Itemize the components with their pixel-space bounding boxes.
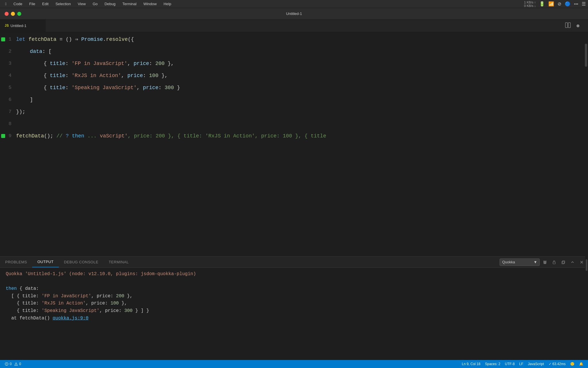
token-equals: = () bbox=[56, 33, 75, 45]
quokka-timing[interactable]: ✓ 63.42ms bbox=[549, 362, 566, 366]
menubar-right: 1 KB/s ↑0 KB/s ↓ 🔋 📶 ⊘ 🔵 ••• ☰ bbox=[524, 1, 586, 7]
code-line-2: data: [ bbox=[16, 45, 584, 57]
token-price2: price bbox=[127, 70, 143, 82]
status-errors[interactable]: 0 0 bbox=[5, 362, 21, 366]
titlebar: Untitled-1 bbox=[0, 8, 588, 20]
output-line-then: then { data: bbox=[6, 285, 582, 293]
token-p3: , bbox=[137, 82, 143, 94]
code-line-4: { title: 'RxJS in Action', price: 100 }, bbox=[16, 70, 584, 82]
token-str3: 'Speaking JavaScript' bbox=[71, 82, 137, 94]
warning-count: 0 bbox=[19, 362, 21, 366]
token-cp2: : bbox=[143, 70, 149, 82]
token-str2: 'RxJS in Action' bbox=[71, 70, 121, 82]
menu-code[interactable]: Code bbox=[11, 1, 25, 7]
panel-scrollbar-thumb bbox=[586, 259, 587, 271]
minimize-button[interactable] bbox=[11, 12, 15, 16]
tab-debug-console[interactable]: DEBUG CONSOLE bbox=[59, 257, 104, 267]
token-cp1: : bbox=[149, 57, 155, 70]
menu-selection[interactable]: Selection bbox=[53, 1, 74, 7]
output-line-5: { title: 'Speaking JavaScript', price: 3… bbox=[6, 307, 582, 315]
chevron-down-icon: ▼ bbox=[533, 260, 537, 264]
token-colon: : [ bbox=[42, 45, 51, 57]
token-title1: title bbox=[50, 57, 65, 70]
line-gutter: 1 2 3 4 5 6 7 8 9 bbox=[0, 32, 16, 256]
copy-icon[interactable] bbox=[559, 258, 567, 266]
emoji-feedback-icon[interactable]: 🙂 bbox=[570, 362, 575, 366]
chevron-up-icon[interactable] bbox=[568, 258, 577, 266]
token-title3: title bbox=[50, 82, 65, 94]
menu-help[interactable]: Help bbox=[161, 1, 174, 7]
tab-label: Untitled-1 bbox=[10, 24, 26, 28]
line-ending[interactable]: LF bbox=[519, 362, 523, 366]
file-encoding[interactable]: UTF-8 bbox=[505, 362, 515, 366]
menu-apple[interactable]:  bbox=[2, 1, 9, 7]
notification-bell-icon[interactable]: 🔔 bbox=[579, 362, 583, 366]
menu-go[interactable]: Go bbox=[90, 1, 100, 7]
output-line-4: { title: 'RxJS in Action', price: 100 }, bbox=[6, 300, 582, 307]
token-comment-then: then bbox=[72, 130, 84, 142]
code-line-6: ] bbox=[16, 94, 584, 106]
indent-spaces[interactable]: Spaces: 2 bbox=[485, 362, 500, 366]
menu-terminal[interactable]: Terminal bbox=[119, 1, 139, 7]
cursor-position[interactable]: Ln 9, Col 18 bbox=[462, 362, 481, 366]
menu-debug[interactable]: Debug bbox=[102, 1, 118, 7]
token-let: let bbox=[16, 33, 28, 45]
tab-terminal[interactable]: TERMINAL bbox=[104, 257, 134, 267]
menu-edit[interactable]: Edit bbox=[39, 1, 51, 7]
output-line-empty bbox=[6, 278, 582, 285]
line-num-7: 7 bbox=[0, 106, 16, 118]
token-num1: 200 bbox=[155, 57, 165, 70]
line-num-2: 2 bbox=[0, 45, 16, 57]
svg-rect-2 bbox=[553, 262, 555, 264]
lock-icon[interactable] bbox=[550, 258, 558, 266]
menu-view[interactable]: View bbox=[75, 1, 89, 7]
panel-area: PROBLEMS OUTPUT DEBUG CONSOLE TERMINAL bbox=[0, 256, 588, 360]
error-count: 0 bbox=[10, 362, 12, 366]
close-panel-icon[interactable] bbox=[578, 258, 586, 266]
token-bracket: ] bbox=[30, 94, 33, 106]
close-button[interactable] bbox=[5, 12, 9, 16]
code-editor-area[interactable]: 1 2 3 4 5 6 7 8 9 let fetchDat bbox=[0, 32, 588, 256]
token-call-parens: (); bbox=[44, 130, 56, 142]
tab-problems[interactable]: PROBLEMS bbox=[0, 257, 32, 267]
tab-output[interactable]: OUTPUT bbox=[32, 257, 59, 267]
code-line-8 bbox=[16, 118, 584, 130]
code-text-area[interactable]: let fetchData = () ⇒ Promise.resolve({ d… bbox=[16, 32, 584, 256]
token-data: data bbox=[30, 45, 42, 57]
status-bar: 0 0 Ln 9, Col 18 Spaces: 2 UTF-8 LF Java… bbox=[0, 360, 588, 368]
svg-rect-4 bbox=[562, 261, 565, 263]
menubar:  Code File Edit Selection View Go Debug… bbox=[0, 0, 588, 8]
menu-extra: ☰ bbox=[582, 1, 586, 7]
editor-body: 1 2 3 4 5 6 7 8 9 let fetchDat bbox=[0, 32, 588, 360]
line-num-8: 8 bbox=[0, 118, 16, 130]
scrollbar-thumb bbox=[585, 44, 587, 67]
language-mode[interactable]: JavaScript bbox=[528, 362, 544, 366]
quokka-link[interactable]: quokka.js:9:0 bbox=[53, 316, 88, 321]
traffic-lights bbox=[5, 12, 21, 16]
token-promise: Promise bbox=[81, 33, 103, 45]
token-brace3: { bbox=[44, 82, 50, 94]
panel-output-content[interactable]: Quokka 'Untitled-1.js' (node: v12.10.0, … bbox=[0, 268, 588, 360]
menu-window[interactable]: Window bbox=[140, 1, 159, 7]
token-end2: }, bbox=[158, 70, 168, 82]
code-line-9: fetchData(); // ? then ... vaScript', pr… bbox=[16, 130, 584, 142]
menu-file[interactable]: File bbox=[26, 1, 38, 7]
code-line-3: { title: 'FP in JavaScript', price: 200 … bbox=[16, 57, 584, 70]
code-line-1: let fetchData = () ⇒ Promise.resolve({ bbox=[16, 33, 584, 45]
token-end1: }, bbox=[165, 57, 174, 70]
editor-tab[interactable]: JS Untitled-1 bbox=[0, 20, 46, 32]
output-line-6: at fetchData() quokka.js:9:0 bbox=[6, 315, 582, 322]
maximize-button[interactable] bbox=[17, 12, 21, 16]
clear-output-icon[interactable] bbox=[541, 258, 549, 266]
panel-scrollbar[interactable] bbox=[585, 256, 588, 360]
editor-scrollbar[interactable] bbox=[584, 32, 588, 256]
wifi-icon: 📶 bbox=[548, 1, 554, 7]
split-editor-icon[interactable] bbox=[565, 22, 571, 29]
output-source-dropdown[interactable]: Quokka ▼ bbox=[500, 258, 540, 266]
token-fetchdata-call: fetchData bbox=[16, 130, 44, 142]
output-line-1: Quokka 'Untitled-1.js' (node: v12.10.0, … bbox=[6, 271, 582, 278]
token-resolve: resolve bbox=[106, 33, 128, 45]
code-line-5: { title: 'Speaking JavaScript', price: 3… bbox=[16, 82, 584, 94]
battery-icon: 🔋 bbox=[539, 1, 545, 7]
dirty-indicator bbox=[577, 24, 579, 27]
